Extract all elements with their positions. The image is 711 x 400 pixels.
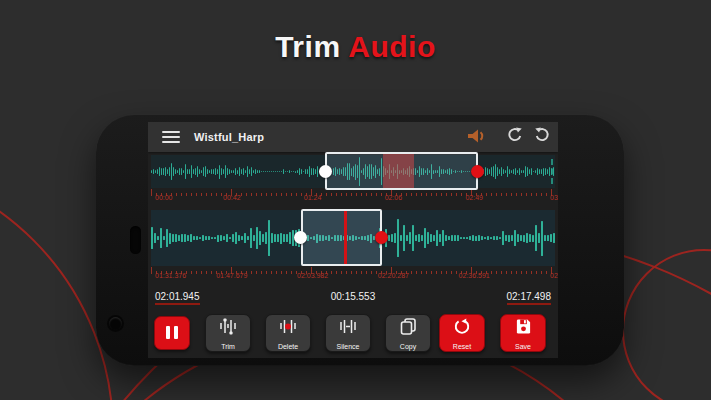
zoom-selection[interactable] — [301, 209, 382, 266]
track-title: Wistful_Harp — [194, 131, 264, 143]
phone-frame: Wistful_Harp — [96, 114, 624, 366]
silence-label: Silence — [326, 343, 370, 350]
delete-label: Delete — [266, 343, 310, 350]
speaker-icon — [466, 127, 488, 145]
overview-time-labels: 00:00 00:42 01:24 02:06 02:49 03:31 — [151, 194, 555, 203]
front-camera — [109, 317, 122, 330]
selection-start-time[interactable]: 02:01.945 — [155, 291, 200, 305]
playhead — [344, 211, 347, 264]
page-title: Trim Audio — [0, 30, 711, 64]
page-title-white: Trim — [275, 30, 340, 63]
pause-button[interactable] — [154, 316, 190, 350]
app-bar: Wistful_Harp — [148, 122, 558, 152]
redo-icon — [534, 127, 551, 144]
save-icon — [515, 318, 532, 335]
overview-selection[interactable] — [325, 152, 478, 190]
save-button[interactable]: Save — [500, 314, 546, 352]
delete-button[interactable]: Delete — [265, 314, 311, 352]
zoom-selection-start-handle[interactable] — [294, 231, 307, 244]
trim-icon — [218, 318, 238, 335]
track-end-marker — [551, 159, 553, 184]
page-title-red: Audio — [348, 30, 435, 63]
earpiece-speaker — [130, 226, 141, 254]
zoom-selection-end-handle[interactable] — [375, 231, 388, 244]
marked-region — [383, 154, 414, 188]
trim-button[interactable]: Trim — [205, 314, 251, 352]
overview-selection-start-handle[interactable] — [319, 165, 332, 178]
menu-icon — [162, 131, 180, 133]
selection-duration: 00:15.553 — [331, 291, 376, 302]
copy-button[interactable]: Copy — [385, 314, 431, 352]
undo-button[interactable] — [506, 127, 528, 147]
delete-icon — [278, 318, 298, 335]
copy-icon — [399, 318, 417, 335]
undo-icon — [506, 127, 523, 144]
reset-icon — [453, 318, 471, 335]
time-readout-row: 02:01.945 00:15.553 02:17.498 — [148, 291, 558, 309]
speaker-button[interactable] — [466, 127, 488, 147]
redo-button[interactable] — [534, 127, 556, 147]
menu-button[interactable] — [162, 131, 180, 143]
reset-button[interactable]: Reset — [439, 314, 485, 352]
silence-button[interactable]: Silence — [325, 314, 371, 352]
toolbar: Trim Delete — [148, 312, 558, 358]
reset-label: Reset — [440, 343, 484, 350]
selection-end-time[interactable]: 02:17.498 — [507, 291, 552, 305]
zoom-time-labels: 01:31.376 01:47.679 02:03.982 02:20.287 … — [151, 272, 555, 281]
trim-label: Trim — [206, 343, 250, 350]
app-screen: Wistful_Harp — [148, 122, 558, 358]
save-label: Save — [501, 343, 545, 350]
overview-selection-end-handle[interactable] — [471, 165, 484, 178]
copy-label: Copy — [386, 343, 430, 350]
pause-icon — [166, 326, 178, 339]
silence-icon — [338, 318, 358, 335]
